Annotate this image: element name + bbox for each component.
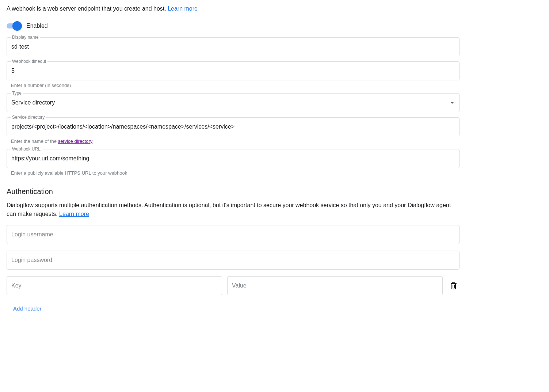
enabled-toggle-row: Enabled: [7, 21, 460, 31]
timeout-input[interactable]: [7, 62, 459, 80]
timeout-helper: Enter a number (in seconds): [7, 83, 460, 88]
webhook-url-input[interactable]: [7, 149, 459, 168]
enabled-toggle[interactable]: [7, 21, 21, 31]
display-name-label: Display name: [11, 35, 40, 40]
service-directory-helper: Enter the name of the service directory: [7, 138, 460, 144]
toggle-thumb: [12, 21, 22, 31]
type-field: Type Service directory: [7, 93, 460, 112]
header-value-field: [227, 276, 443, 295]
login-username-field: [7, 225, 460, 244]
service-directory-input[interactable]: [7, 118, 459, 136]
learn-more-link[interactable]: Learn more: [168, 5, 198, 12]
webhook-intro-text: A webhook is a web server endpoint that …: [7, 5, 168, 12]
header-key-input[interactable]: [7, 277, 222, 295]
login-password-field: [7, 251, 460, 270]
webhook-url-field: Webhook URL Enter a publicly available H…: [7, 149, 460, 176]
display-name-field: Display name: [7, 37, 460, 56]
type-value: Service directory: [7, 94, 447, 112]
service-directory-helper-link[interactable]: service directory: [58, 138, 93, 144]
add-header-button[interactable]: Add header: [13, 305, 42, 312]
header-key-field: [7, 276, 222, 295]
display-name-input[interactable]: [7, 38, 459, 56]
service-directory-field: Service directory Enter the name of the …: [7, 117, 460, 144]
header-value-input[interactable]: [228, 277, 442, 295]
timeout-field: Webhook timeout Enter a number (in secon…: [7, 61, 460, 88]
webhook-url-label: Webhook URL: [11, 146, 42, 152]
login-password-input[interactable]: [7, 251, 459, 269]
webhook-intro: A webhook is a web server endpoint that …: [7, 4, 460, 13]
delete-header-button[interactable]: [448, 279, 460, 292]
auth-learn-more-link[interactable]: Learn more: [59, 211, 89, 217]
service-directory-helper-prefix: Enter the name of the: [11, 138, 58, 144]
dropdown-caret-icon: [447, 102, 459, 104]
trash-icon: [450, 282, 457, 290]
service-directory-label: Service directory: [11, 115, 46, 120]
enabled-toggle-label: Enabled: [26, 23, 48, 29]
webhook-url-helper: Enter a publicly available HTTPS URL to …: [7, 170, 460, 176]
type-select[interactable]: Type Service directory: [7, 93, 460, 112]
type-label: Type: [11, 91, 23, 96]
add-header-row: Add header: [13, 305, 460, 312]
login-username-input[interactable]: [7, 225, 459, 244]
timeout-label: Webhook timeout: [11, 59, 47, 64]
header-kv-row: [7, 276, 460, 295]
auth-heading: Authentication: [7, 187, 460, 196]
auth-description: Dialogflow supports multiple authenticat…: [7, 201, 460, 218]
